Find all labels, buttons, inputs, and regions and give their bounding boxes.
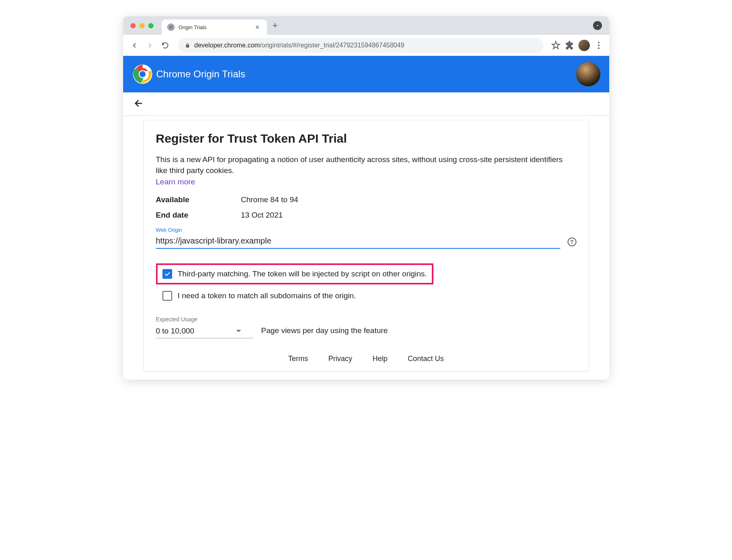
back-arrow-button[interactable]	[134, 98, 144, 110]
footer-links: Terms Privacy Help Contact Us	[156, 355, 576, 367]
page-title: Register for Trust Token API Trial	[156, 132, 576, 145]
new-tab-button[interactable]: +	[273, 20, 278, 31]
usage-label: Expected Usage	[156, 316, 253, 323]
svg-point-5	[139, 71, 145, 77]
tab-search-button[interactable]	[593, 21, 602, 30]
svg-point-2	[598, 47, 600, 49]
subdomains-checkbox-row: I need a token to match all subdomains o…	[156, 288, 576, 304]
extensions-button[interactable]	[565, 41, 574, 50]
available-row: Available Chrome 84 to 94	[156, 195, 576, 204]
contact-link[interactable]: Contact Us	[408, 355, 444, 363]
privacy-link[interactable]: Privacy	[328, 355, 352, 363]
reload-button[interactable]	[160, 40, 171, 51]
browser-window: Origin Trials × + developer.chrome.com/o…	[123, 16, 609, 380]
menu-button[interactable]	[594, 41, 604, 50]
svg-point-1	[598, 45, 600, 46]
terms-link[interactable]: Terms	[288, 355, 308, 363]
browser-tab[interactable]: Origin Trials ×	[162, 19, 267, 35]
usage-section: Expected Usage 0 to 10,000 Page views pe…	[156, 316, 576, 338]
registration-card: Register for Trust Token API Trial This …	[143, 120, 589, 372]
app-header: Chrome Origin Trials	[123, 56, 609, 92]
third-party-checkbox-row: Third-party matching. The token will be …	[156, 263, 433, 284]
usage-select[interactable]: 0 to 10,000	[156, 324, 253, 338]
web-origin-label: Web Origin	[156, 227, 576, 233]
end-date-row: End date 13 Oct 2021	[156, 211, 576, 220]
globe-icon	[167, 24, 175, 31]
chrome-logo-icon	[132, 64, 153, 85]
app-title: Chrome Origin Trials	[156, 68, 245, 80]
available-label: Available	[156, 195, 241, 204]
subheader	[123, 92, 609, 116]
user-avatar[interactable]	[576, 62, 600, 86]
address-bar[interactable]: developer.chrome.com/origintrials/#/regi…	[178, 38, 544, 53]
learn-more-link[interactable]: Learn more	[156, 177, 195, 186]
help-icon[interactable]: ?	[568, 237, 576, 246]
web-origin-input[interactable]	[156, 234, 560, 249]
checkbox-section: Third-party matching. The token will be …	[156, 263, 576, 304]
tab-title: Origin Trials	[179, 24, 250, 30]
minimize-window-button[interactable]	[139, 23, 145, 28]
titlebar: Origin Trials × +	[123, 16, 609, 35]
window-controls	[130, 23, 154, 28]
third-party-label: Third-party matching. The token will be …	[178, 269, 427, 278]
web-origin-field: Web Origin ?	[156, 227, 576, 249]
back-button[interactable]	[129, 40, 140, 51]
end-date-label: End date	[156, 211, 241, 220]
maximize-window-button[interactable]	[148, 23, 154, 28]
trial-description: This is a new API for propagating a noti…	[156, 154, 576, 176]
svg-point-0	[598, 42, 600, 43]
end-date-value: 13 Oct 2021	[241, 211, 283, 220]
chevron-down-icon	[236, 330, 241, 332]
url-text: developer.chrome.com/origintrials/#/regi…	[194, 42, 405, 49]
bookmark-button[interactable]	[551, 41, 561, 50]
subdomains-label: I need a token to match all subdomains o…	[178, 291, 356, 300]
third-party-checkbox[interactable]	[162, 269, 172, 279]
help-link[interactable]: Help	[372, 355, 387, 363]
profile-avatar[interactable]	[578, 40, 590, 51]
lock-icon	[185, 43, 190, 48]
available-value: Chrome 84 to 94	[241, 195, 299, 204]
usage-value: 0 to 10,000	[156, 327, 194, 336]
close-tab-button[interactable]: ×	[254, 23, 261, 32]
browser-toolbar: developer.chrome.com/origintrials/#/regi…	[123, 35, 609, 56]
forward-button[interactable]	[144, 40, 156, 51]
close-window-button[interactable]	[130, 23, 136, 28]
usage-description: Page views per day using the feature	[261, 326, 388, 338]
content-area: Register for Trust Token API Trial This …	[123, 116, 609, 380]
subdomains-checkbox[interactable]	[162, 291, 172, 301]
